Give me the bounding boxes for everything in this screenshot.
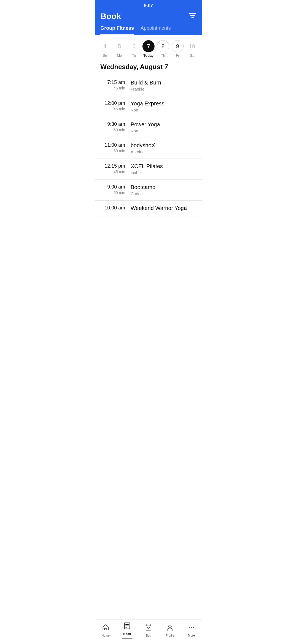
class-list: 7:15 am 45 min Build & Burn Frankie 12:0…: [95, 75, 202, 239]
status-bar: 9:07: [95, 0, 202, 9]
cal-num-5: 5: [113, 40, 125, 52]
cal-label-7: Today: [143, 53, 153, 58]
svg-point-3: [191, 13, 192, 14]
date-heading: Wednesday, August 7: [95, 60, 202, 75]
cal-day-10[interactable]: 10 Sa: [186, 40, 198, 58]
cal-num-7: 7: [142, 40, 155, 52]
class-time: 9:30 am 60 min: [100, 121, 131, 132]
header-row: Book: [95, 9, 202, 25]
class-info: bodyshoX Antoine: [131, 142, 197, 154]
tab-appointments[interactable]: Appointments: [141, 25, 171, 35]
cal-label-9: Fr: [176, 53, 179, 58]
tab-group-fitness[interactable]: Group Fitness: [100, 25, 134, 35]
cal-num-10: 10: [186, 40, 198, 52]
cal-day-8[interactable]: 8 Th: [157, 40, 169, 58]
class-item[interactable]: 9:30 am 60 min Power Yoga Ron: [95, 117, 202, 138]
cal-label-4: Su: [103, 53, 107, 58]
class-item[interactable]: 9:00 am 60 min Bootcamp Carlos: [95, 180, 202, 201]
class-time: 12:00 pm 45 min: [100, 100, 131, 111]
tabs-row: Group Fitness Appointments: [95, 25, 202, 35]
class-time: 7:15 am 45 min: [100, 80, 131, 90]
class-item[interactable]: 12:00 pm 45 min Yoga Express Ron: [95, 96, 202, 117]
cal-label-10: Sa: [190, 53, 194, 58]
filter-button[interactable]: [189, 12, 197, 20]
class-item[interactable]: 12:15 pm 45 min XCEL Pilates Isabel: [95, 159, 202, 180]
calendar-strip: 4 Su 5 Mo 6 Tu 7 Today 8 Th 9 Fr 10 Sa: [95, 35, 202, 60]
class-item[interactable]: 10:00 am Weekend Warrior Yoga: [95, 201, 202, 217]
class-item[interactable]: 11:00 am 60 min bodyshoX Antoine: [95, 138, 202, 159]
class-item[interactable]: 7:15 am 45 min Build & Burn Frankie: [95, 75, 202, 96]
cal-day-5[interactable]: 5 Mo: [113, 40, 125, 58]
class-info: Power Yoga Ron: [131, 121, 197, 133]
cal-label-8: Th: [161, 53, 165, 58]
svg-point-5: [192, 17, 194, 18]
cal-num-9: 9: [172, 40, 184, 52]
svg-point-4: [194, 15, 195, 16]
class-info: Build & Burn Frankie: [131, 80, 197, 91]
class-time: 9:00 am 60 min: [100, 184, 131, 195]
cal-num-8: 8: [157, 40, 169, 52]
class-info: Weekend Warrior Yoga: [131, 205, 197, 212]
cal-day-9[interactable]: 9 Fr: [172, 40, 184, 58]
page-title: Book: [100, 12, 121, 21]
status-time: 9:07: [144, 3, 153, 8]
cal-day-6[interactable]: 6 Tu: [128, 40, 140, 58]
class-time: 11:00 am 60 min: [100, 142, 131, 153]
app-header: 9:07 Book Group Fitness Appointments: [95, 0, 202, 35]
cal-num-6: 6: [128, 40, 140, 52]
class-time: 10:00 am: [100, 205, 131, 211]
cal-num-4: 4: [99, 40, 111, 52]
class-info: Bootcamp Carlos: [131, 184, 197, 196]
cal-day-4[interactable]: 4 Su: [99, 40, 111, 58]
cal-day-7[interactable]: 7 Today: [142, 40, 155, 58]
class-time: 12:15 pm 45 min: [100, 163, 131, 174]
cal-label-5: Mo: [117, 53, 122, 58]
class-info: Yoga Express Ron: [131, 100, 197, 112]
class-info: XCEL Pilates Isabel: [131, 163, 197, 175]
cal-label-6: Tu: [132, 53, 136, 58]
